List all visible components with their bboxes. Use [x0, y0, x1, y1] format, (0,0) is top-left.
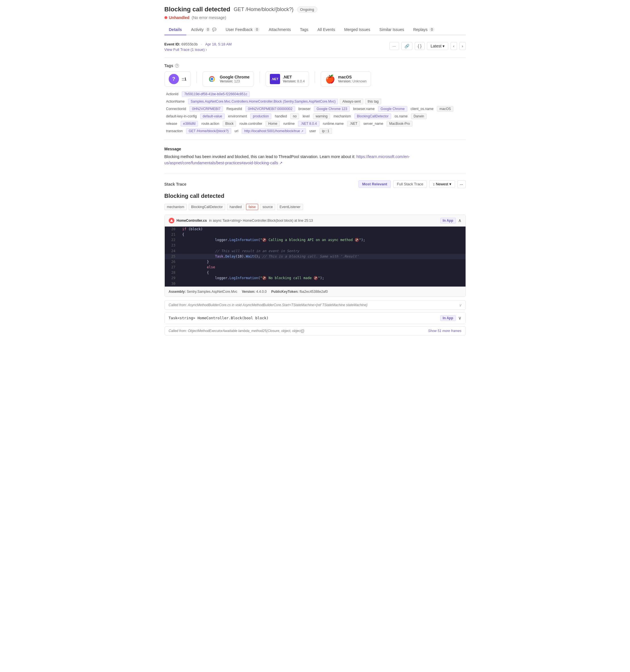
tag-value-user[interactable]: ip:::1 [320, 128, 332, 134]
tech-cards: ? ::1 Goog [165, 71, 466, 87]
tag-value-runtime-name[interactable]: .NET [347, 121, 360, 126]
stack-trace-section: Stack Trace Most Relevant Full Stack Tra… [165, 180, 466, 335]
tab-activity[interactable]: Activity 0 💬 [186, 24, 221, 35]
tag-key-browser: browser [297, 106, 312, 112]
show-more-frames-button[interactable]: Show 51 more frames [428, 329, 461, 333]
tag-value-environment[interactable]: production [250, 114, 271, 119]
tag-key-mechanism: mechanism [332, 114, 352, 119]
tag-value-url[interactable]: http://localhost:5001/home/block/true ↗ [242, 128, 306, 134]
view-full-trace-link[interactable]: View Full Trace (1 issue) › [165, 47, 232, 52]
tag-value-runtime[interactable]: .NET 8.0.4 [298, 121, 319, 126]
tag-key-url: url [233, 128, 240, 134]
json-button[interactable]: { } [415, 42, 425, 50]
event-id: Event ID: 69555b3b · Apr 18, 5:18 AM [165, 42, 232, 46]
collapse-frame-button[interactable]: ∧ [458, 218, 461, 223]
code-line-20: 20 if (block) [165, 226, 465, 232]
tag-value-mechanism[interactable]: BlockingCallDetector [354, 114, 391, 119]
tab-user-feedback[interactable]: User Feedback 0 [221, 24, 264, 35]
code-frame-main: HomeController.cs in async Task<string> … [165, 215, 466, 297]
tab-merged-issues[interactable]: Merged Issues [340, 24, 375, 35]
full-stack-trace-button[interactable]: Full Stack Trace [393, 180, 427, 188]
more-actions-button[interactable]: ··· [389, 42, 399, 50]
tech-card-user: ? ::1 [165, 71, 191, 87]
tag-value-connectionid[interactable]: 0HN2VCRPMEBI7 [190, 106, 223, 112]
tag-value-default-value[interactable]: default-value [200, 114, 225, 119]
tag-value-os-name[interactable]: Darwin [411, 114, 427, 119]
tag-key-environment: environment [226, 114, 249, 119]
tags-info-icon[interactable]: ? [175, 64, 179, 68]
mech-tag-source-value: EventListener [277, 204, 303, 210]
code-line-24: 24 // This will result in an event in Se… [165, 248, 465, 254]
tab-details[interactable]: Details [165, 24, 186, 35]
tag-key-runtime-name: runtime.name [321, 121, 345, 126]
frame-2-in-app: In App [440, 315, 456, 321]
tag-value-level[interactable]: warning [313, 114, 330, 119]
tag-key-transaction: transaction [165, 128, 185, 134]
tag-key-browser-name: browser.name [351, 106, 376, 112]
tag-row-transaction: transaction GET /Home/block/{block?} url… [165, 128, 466, 134]
tag-key-route-action: route.action [200, 121, 221, 126]
tag-value-server-name[interactable]: MacBook-Pro [386, 121, 412, 126]
mechanism-tags-row: mechanism BlockingCallDetector handled f… [165, 204, 466, 210]
tag-value-requestid[interactable]: 0HN2VCRPMEBI7:00000002 [245, 106, 295, 112]
tag-key-level: level [301, 114, 311, 119]
link-button[interactable]: 🔗 [401, 42, 412, 50]
called-from-1-text: Called from: AsyncMethodBuilderCore.cs i… [169, 303, 368, 307]
tab-all-events[interactable]: All Events [313, 24, 339, 35]
next-event-button[interactable]: › [459, 42, 466, 50]
called-from-1-header[interactable]: Called from: AsyncMethodBuilderCore.cs i… [165, 301, 465, 310]
tag-value-browser-name[interactable]: Google Chrome [378, 106, 407, 112]
message-title: Message [165, 147, 466, 151]
frame-2-header[interactable]: Task<string> HomeController.Block(bool b… [165, 312, 465, 324]
tag-key-user: user [308, 128, 318, 134]
stack-trace-more-button[interactable]: ··· [457, 180, 466, 188]
prev-event-button[interactable]: ‹ [451, 42, 457, 50]
tags-section-title: Tags ? [165, 64, 466, 68]
code-frame-header: HomeController.cs in async Task<string> … [165, 215, 465, 226]
exception-title: Blocking call detected [165, 193, 466, 199]
tag-value-route-controller[interactable]: Home [266, 121, 280, 126]
mech-tag-mechanism-value: BlockingCallDetector [188, 204, 225, 210]
tag-key-requestid: RequestId [225, 106, 244, 112]
sort-button[interactable]: ↕ Newest ▾ [429, 180, 455, 188]
svg-point-3 [210, 78, 213, 80]
sentry-logo-icon [169, 218, 174, 223]
tab-attachments[interactable]: Attachments [264, 24, 295, 35]
tag-row-actionid: ActionId 7b59119d-df58-41be-b0e5-f226604… [165, 91, 466, 97]
mech-tag-mechanism-key: mechanism [165, 204, 187, 210]
tag-key-actionid: ActionId [165, 92, 180, 97]
tag-value-handled[interactable]: no [290, 114, 299, 119]
tag-value-transaction[interactable]: GET /Home/block/{block?} [186, 128, 231, 134]
most-relevant-button[interactable]: Most Relevant [358, 180, 391, 188]
tag-key-route-controller: route.controller [238, 121, 264, 126]
code-line-25: 25 Task.Delay(10).Wait(); // This is a b… [165, 254, 465, 259]
code-line-30: 30 [165, 281, 465, 287]
tab-tags[interactable]: Tags [295, 24, 313, 35]
frame-2-name: Task<string> HomeController.Block(bool b… [169, 316, 269, 320]
tag-value-actionid[interactable]: 7b59119d-df58-41be-b0e5-f226604c851c [182, 91, 250, 97]
code-frame-info: in async Task<string> HomeController.Blo… [209, 219, 313, 222]
tag-key-os-name: os.name [393, 114, 409, 119]
tag-row-connectionid: ConnectionId 0HN2VCRPMEBI7 RequestId 0HN… [165, 106, 466, 112]
tag-value-route-action[interactable]: Block [223, 121, 236, 126]
tag-key-release: release [165, 121, 179, 126]
code-line-29: 29 logger.LogInformation("🚱 No blocking … [165, 275, 465, 281]
tag-value-always-sent[interactable]: Always-sent [340, 99, 363, 104]
latest-dropdown-button[interactable]: Latest ▾ [427, 42, 448, 50]
tab-bar: Details Activity 0 💬 User Feedback 0 Att… [165, 24, 466, 35]
unhandled-dot [165, 16, 167, 19]
mech-tag-source-key: source [260, 204, 275, 210]
tab-replays[interactable]: Replays 0 [409, 24, 439, 35]
tag-value-release[interactable]: e386dfd [181, 121, 198, 126]
tag-value-client-os-name[interactable]: macOS [437, 106, 453, 112]
issue-title: Blocking call detected [165, 6, 230, 13]
code-line-22: 22 logger.LogInformation("🚱 Calling a bl… [165, 237, 465, 243]
tag-key-connectionid: ConnectionId [165, 106, 188, 112]
issue-route: GET /Home/block/{block?} [234, 6, 294, 13]
frame-2-expand-button[interactable]: ∨ [458, 315, 461, 321]
tab-similar-issues[interactable]: Similar Issues [375, 24, 409, 35]
tag-value-actionname[interactable]: Samples.AspNetCore.Mvc.Controllers.HomeC… [188, 99, 338, 104]
tag-value-browser[interactable]: Google Chrome 123 [314, 106, 350, 112]
tag-value-this-tag[interactable]: this tag [365, 99, 381, 104]
code-frame-file: HomeController.cs [177, 219, 207, 222]
